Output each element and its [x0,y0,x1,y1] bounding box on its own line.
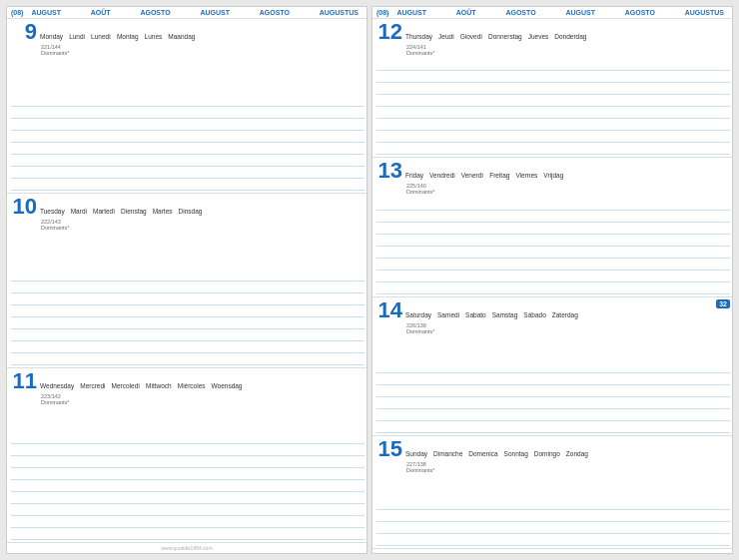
line [376,119,730,131]
day-11-woensdag: Woensdag [212,382,243,389]
day-15-names: Sunday Dimanche Domenica Sonntag Domingo… [405,450,588,457]
line [376,83,730,95]
day-13-lines [376,196,730,293]
day-9-lundi: Lundi [69,33,85,40]
line [11,143,365,155]
day-13-freitag: Freitag [489,172,509,179]
day-13-header: 13 Friday Vendredi Venerdì Freitag Viern… [374,160,730,182]
day-9-lunedi: Lunedì [91,33,111,40]
left-page: (08) AUGUST AOÛT AGOSTO AUGUST AGOSTO AU… [6,6,368,554]
day-11-wednesday: Wednesday [40,382,74,389]
day-12-donnerstag: Donnerstag [488,33,522,40]
line [11,432,365,444]
day-14-number: 14 [374,299,402,321]
day-12-lines [376,57,730,155]
day-12-names: Thursday Jeudi Giovedì Donnerstag Jueves… [405,33,586,40]
line [376,71,730,83]
line [376,421,730,433]
day-10-names: Tuesday Mardi Martedì Dienstag Martes Di… [40,208,202,215]
day-15-lines [376,474,730,546]
header-month-1: AUGUST [31,9,61,16]
line [376,361,730,373]
day-12-jueves: Jueves [528,33,549,40]
line [11,341,365,353]
day-14-sabato: Sabato [465,311,486,318]
header-month-r2: AOÛT [456,9,476,16]
day-15-sub: 227/138Dominants* [406,461,730,473]
day-14-saturday: Saturday [405,311,431,318]
line [376,282,730,294]
line [376,498,730,510]
day-10-mardi: Mardi [71,208,87,215]
day-10-block: 10 Tuesday Mardi Martedì Dienstag Martes… [7,194,367,368]
day-12-sub: 224/141Dominants* [406,44,730,56]
line [11,131,365,143]
line [11,492,365,504]
line [11,528,365,540]
day-10-header: 10 Tuesday Mardi Martedì Dienstag Martes… [9,196,365,218]
day-9-number: 9 [9,21,37,43]
day-13-block: 13 Friday Vendredi Venerdì Freitag Viern… [372,158,732,296]
day-13-viernes: Viernes [515,172,537,179]
day-11-sub: 223/142Dominants* [41,393,365,405]
day-10-number: 10 [9,196,37,218]
day-10-tuesday: Tuesday [40,208,65,215]
day-15-sonntag: Sonntag [504,450,528,457]
left-month-number: (08) [11,9,23,16]
day-14-zaterdag: Zaterdag [552,311,578,318]
day-11-lines [11,406,365,540]
line [11,516,365,528]
day-9-monday: Monday [40,33,63,40]
right-month-number: (08) [376,9,388,16]
day-10-dienstag: Dienstag [121,208,147,215]
day-11-header: 11 Wednesday Mercredi Mercoledì Mittwoch… [9,370,365,392]
day-14-names: Saturday Samedi Sabato Samstag Sábado Za… [405,311,578,318]
day-10-martes: Martes [153,208,173,215]
day-12-thursday: Thursday [405,33,432,40]
right-footer [372,549,732,553]
day-9-block: 9 Monday Lundi Lunedì Montag Lunes Maand… [7,19,367,194]
day-14-block: 32 14 Saturday Samedi Sabato Samstag Sáb… [372,297,732,436]
line [11,179,365,191]
line [11,305,365,317]
day-9-lines [11,57,365,191]
day-13-venerdi: Venerdì [461,172,483,179]
line [376,235,730,247]
day-11-mittwoch: Mittwoch [146,382,172,389]
day-11-miercoles: Miércoles [178,382,206,389]
day-10-lines [11,232,365,365]
line [376,199,730,211]
header-month-3: AGOSTO [140,9,170,16]
header-month-4: AUGUST [200,9,230,16]
day-13-sub: 225/140Dominants* [406,183,730,195]
day-12-giovedi: Giovedì [460,33,482,40]
line [376,259,730,271]
day-14-samedi: Samedi [437,311,459,318]
week-number-badge: 32 [716,299,730,308]
day-14-sub: 226/139Dominants* [406,322,730,334]
line [11,444,365,456]
right-page: (08) AUGUST AOÛT AGOSTO AUGUST AGOSTO AU… [371,6,733,554]
line [376,95,730,107]
day-14-header: 14 Saturday Samedi Sabato Samstag Sábado… [374,299,730,321]
day-14-sabado: Sábado [523,311,545,318]
header-month-5: AGOSTO [260,9,290,16]
day-11-number: 11 [9,370,37,392]
day-13-vendredi: Vendredi [429,172,455,179]
day-15-sunday: Sunday [405,450,427,457]
day-11-block: 11 Wednesday Mercredi Mercoledì Mittwoch… [7,368,367,543]
day-15-number: 15 [374,438,402,460]
day-15-header: 15 Sunday Dimanche Domenica Sonntag Domi… [374,438,730,460]
day-11-mercredi: Mercredi [80,382,105,389]
day-14-samstag: Samstag [492,311,518,318]
left-footer: www.quotidis1954.com [7,543,367,553]
day-15-domingo: Domingo [534,450,560,457]
day-10-martedi: Martedì [93,208,115,215]
line [11,270,365,281]
left-header-months: AUGUST AOÛT AGOSTO AUGUST AGOSTO AUGUSTU… [27,9,363,16]
day-12-number: 12 [374,21,402,43]
line [11,468,365,480]
day-12-block: 12 Thursday Jeudi Giovedì Donnerstag Jue… [372,19,732,158]
day-13-vrijdag: Vrijdag [543,172,563,179]
line [376,59,730,71]
